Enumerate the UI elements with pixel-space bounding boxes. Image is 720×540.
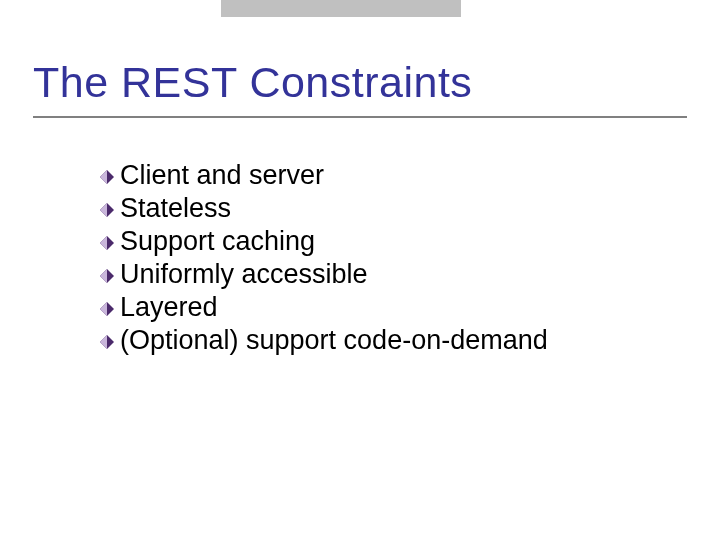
list-item-label: Layered <box>120 292 218 323</box>
diamond-bullet-icon <box>100 236 114 250</box>
list-item: (Optional) support code-on-demand <box>100 325 548 356</box>
svg-marker-5 <box>100 236 107 250</box>
list-item: Uniformly accessible <box>100 259 548 290</box>
list-item: Support caching <box>100 226 548 257</box>
bullet-list: Client and server Stateless Support cach… <box>100 160 548 358</box>
slide: The REST Constraints Client and server S… <box>0 0 720 540</box>
diamond-bullet-icon <box>100 335 114 349</box>
list-item: Stateless <box>100 193 548 224</box>
list-item-label: Stateless <box>120 193 231 224</box>
diamond-bullet-icon <box>100 203 114 217</box>
title-underline <box>33 116 687 118</box>
diamond-bullet-icon <box>100 302 114 316</box>
list-item: Client and server <box>100 160 548 191</box>
list-item: Layered <box>100 292 548 323</box>
svg-marker-3 <box>100 203 107 217</box>
diamond-bullet-icon <box>100 269 114 283</box>
list-item-label: (Optional) support code-on-demand <box>120 325 548 356</box>
list-item-label: Support caching <box>120 226 315 257</box>
svg-marker-11 <box>100 335 107 349</box>
svg-marker-9 <box>100 302 107 316</box>
svg-marker-1 <box>100 170 107 184</box>
decorative-top-bar <box>221 0 461 17</box>
list-item-label: Client and server <box>120 160 324 191</box>
diamond-bullet-icon <box>100 170 114 184</box>
svg-marker-7 <box>100 269 107 283</box>
list-item-label: Uniformly accessible <box>120 259 368 290</box>
slide-title: The REST Constraints <box>33 58 472 107</box>
